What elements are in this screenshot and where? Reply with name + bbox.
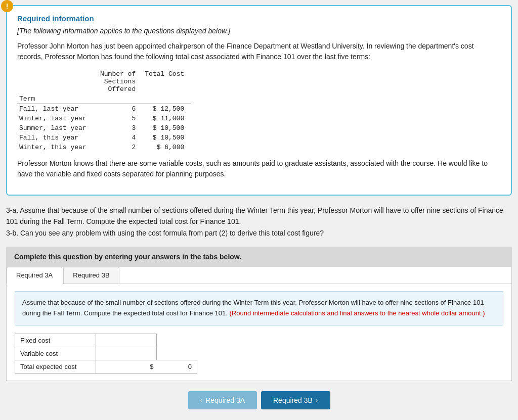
variable-cost-label: Variable cost <box>15 347 96 360</box>
tab-required-3a[interactable]: Required 3A <box>7 267 62 284</box>
term-cell: Winter, this year <box>17 143 98 152</box>
nav-buttons: ‹ Required 3A Required 3B › <box>6 391 512 409</box>
prev-button-label: Required 3A <box>205 396 245 404</box>
prev-button[interactable]: ‹ Required 3A <box>188 391 257 409</box>
tabs-header: Required 3A Required 3B <box>7 267 511 284</box>
table-header-term <box>17 69 98 94</box>
table-row: Winter, this year 2 $ 6,000 <box>17 143 191 152</box>
sections-cell: 4 <box>98 133 143 143</box>
total-cost-label: Total expected cost <box>15 360 96 373</box>
question-line1: 3-a. Assume that because of the small nu… <box>6 205 512 227</box>
tab-content-3a: Assume that because of the small number … <box>7 284 511 381</box>
fixed-cost-input-cell[interactable] <box>96 334 157 347</box>
cost-cell: $ 10,500 <box>143 123 191 133</box>
table-subheader-cost <box>143 94 191 104</box>
info-box: ! Required information [The following in… <box>6 5 512 196</box>
fixed-cost-row: Fixed cost <box>15 334 197 347</box>
table-subheader-offered <box>98 94 143 104</box>
total-cost-row: Total expected cost $ 0 <box>15 360 197 373</box>
tab-round-note: (Round intermediate calculations and fin… <box>230 309 485 317</box>
table-row: Fall, this year 4 $ 10,500 <box>17 133 191 143</box>
tab-description: Assume that because of the small number … <box>15 291 503 325</box>
table-row: Summer, last year 3 $ 10,500 <box>17 123 191 133</box>
term-cell: Summer, last year <box>17 123 98 133</box>
cost-cell: $ 10,500 <box>143 133 191 143</box>
next-button-label: Required 3B <box>273 396 313 404</box>
variable-cost-input[interactable] <box>96 347 156 360</box>
next-button[interactable]: Required 3B › <box>261 391 330 409</box>
cost-cell: $ 12,500 <box>143 104 191 114</box>
page-wrapper: ! Required information [The following in… <box>6 5 512 409</box>
next-chevron-icon: › <box>316 396 318 404</box>
question-text: 3-a. Assume that because of the small nu… <box>6 205 512 239</box>
variable-cost-row: Variable cost <box>15 347 197 360</box>
total-cost-value: 0 <box>157 360 197 373</box>
cost-form: Fixed cost Variable cost Total expected … <box>15 334 197 374</box>
term-cell: Fall, this year <box>17 133 98 143</box>
term-cell: Winter, last year <box>17 114 98 123</box>
table-row: Winter, last year 5 $ 11,000 <box>17 114 191 123</box>
table-header-sections: Number ofSectionsOffered <box>98 69 143 94</box>
table-row: Fall, last year 6 $ 12,500 <box>17 104 191 114</box>
prev-chevron-icon: ‹ <box>200 396 203 404</box>
info-footer: Professor Morton knows that there are so… <box>17 158 501 179</box>
sections-cell: 5 <box>98 114 143 123</box>
info-body: Professor John Morton has just been appo… <box>17 41 501 62</box>
complete-bar: Complete this question by entering your … <box>6 247 512 267</box>
cost-cell: $ 11,000 <box>143 114 191 123</box>
question-line2: 3-b. Can you see any problem with using … <box>6 227 512 239</box>
term-cell: Fall, last year <box>17 104 98 114</box>
cost-table: Number ofSectionsOffered Total Cost Term… <box>17 69 191 152</box>
tabs-container: Required 3A Required 3B Assume that beca… <box>6 267 512 381</box>
table-subheader-term: Term <box>17 94 98 104</box>
alert-icon: ! <box>1 0 13 12</box>
info-subtitle: [The following information applies to th… <box>17 27 501 35</box>
fixed-cost-label: Fixed cost <box>15 334 96 347</box>
tab-required-3b[interactable]: Required 3B <box>63 267 119 284</box>
sections-cell: 6 <box>98 104 143 114</box>
sections-cell: 2 <box>98 143 143 152</box>
fixed-cost-input[interactable] <box>96 334 156 347</box>
info-title: Required information <box>17 14 501 23</box>
total-dollar-sign: $ <box>96 360 157 373</box>
table-header-cost: Total Cost <box>143 69 191 94</box>
cost-cell: $ 6,000 <box>143 143 191 152</box>
variable-cost-input-cell[interactable] <box>96 347 157 360</box>
sections-cell: 3 <box>98 123 143 133</box>
